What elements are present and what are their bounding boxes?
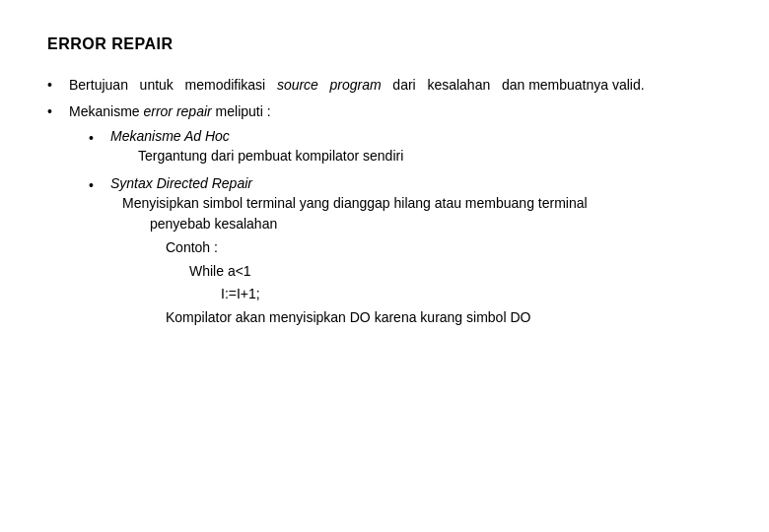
error-repair-italic: error repair xyxy=(143,103,211,119)
sdr-description-2: penyebab kesalahan xyxy=(150,214,588,235)
sub-item-1-content: Mekanisme Ad Hoc Tergantung dari pembuat… xyxy=(110,128,403,167)
bullet-text-2: Mekanisme error repair meliputi : xyxy=(69,101,271,122)
mekanisme-adhoc-label: Mekanisme Ad Hoc xyxy=(110,128,230,144)
contoh-label: Contoh : xyxy=(166,237,588,259)
kompilator-line: Kompilator akan menyisipkan DO karena ku… xyxy=(166,307,588,329)
page-container: ERROR REPAIR • Bertujuan untuk memodifik… xyxy=(0,0,769,532)
sub-bullet-dot-1: • xyxy=(89,128,105,149)
sub-bullet-list: • Mekanisme Ad Hoc Tergantung dari pembu… xyxy=(89,128,722,329)
bullet-dot-1: • xyxy=(47,75,63,96)
sub-list-item-1: • Mekanisme Ad Hoc Tergantung dari pembu… xyxy=(89,128,722,167)
syntax-directed-label: Syntax Directed Repair xyxy=(110,175,252,191)
i-line: I:=I+1; xyxy=(221,284,588,305)
bullet-dot-2: • xyxy=(47,101,63,122)
source-program-italic: source program xyxy=(277,77,382,93)
bullet-text-1: Bertujuan untuk memodifikasi source prog… xyxy=(69,75,645,96)
main-bullet-list: • Bertujuan untuk memodifikasi source pr… xyxy=(47,75,722,122)
adhoc-description: Tergantung dari pembuat kompilator sendi… xyxy=(138,146,403,167)
list-item-2: • Mekanisme error repair meliputi : xyxy=(47,101,722,122)
sub-bullet-dot-2: • xyxy=(89,175,105,196)
sdr-description-1: Menyisipkan simbol terminal yang diangga… xyxy=(122,193,588,215)
page-title: ERROR REPAIR xyxy=(47,35,722,53)
list-item-1: • Bertujuan untuk memodifikasi source pr… xyxy=(47,75,722,96)
sub-item-2-content: Syntax Directed Repair Menyisipkan simbo… xyxy=(110,175,588,329)
while-line: While a<1 xyxy=(189,261,588,283)
sub-list-item-2: • Syntax Directed Repair Menyisipkan sim… xyxy=(89,175,722,329)
